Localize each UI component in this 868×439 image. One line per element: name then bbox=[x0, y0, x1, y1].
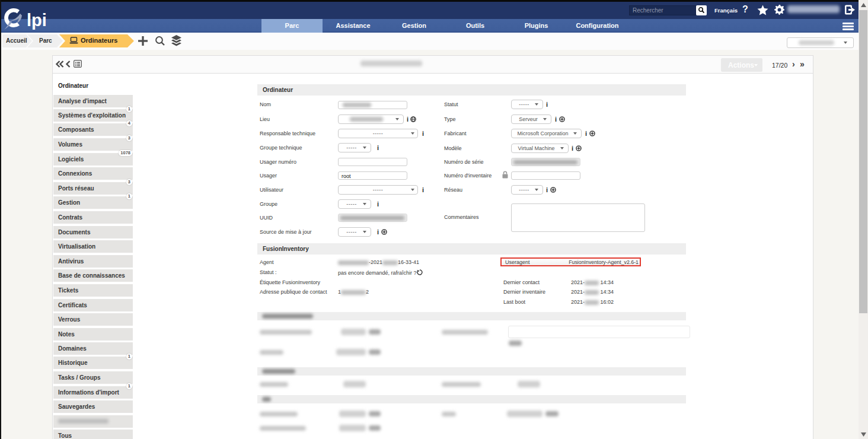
svg-text:lpi: lpi bbox=[27, 11, 47, 30]
